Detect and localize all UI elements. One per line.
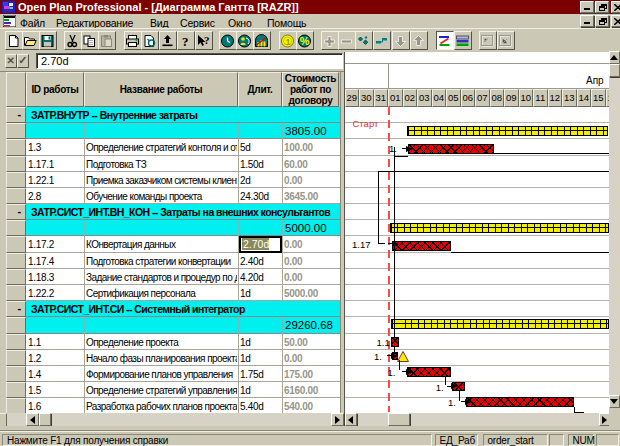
svg-text:?: ? <box>204 34 210 46</box>
svg-text:1: 1 <box>286 36 291 46</box>
svg-text:%: % <box>300 35 310 47</box>
svg-text:?: ? <box>182 34 189 48</box>
